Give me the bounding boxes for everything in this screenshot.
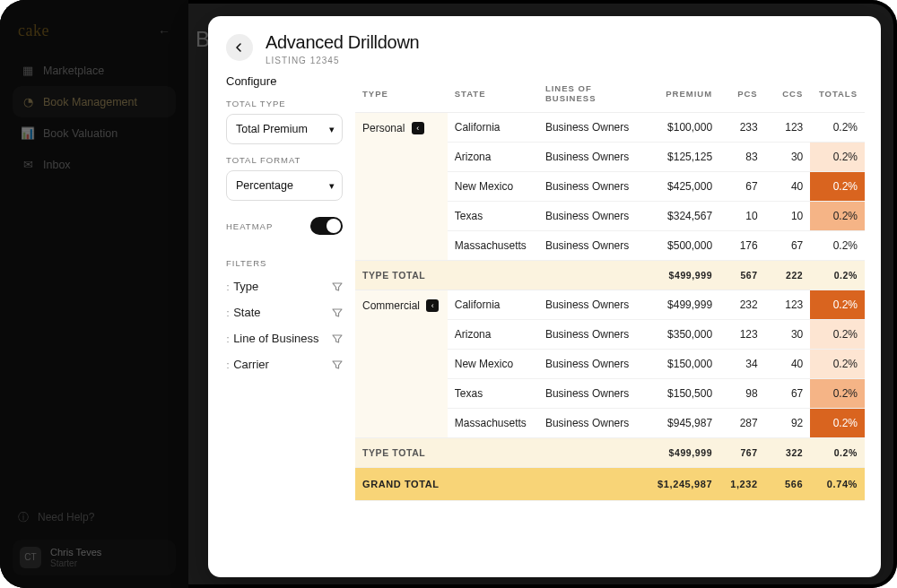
page-subtitle: LISTING 12345 (266, 56, 419, 65)
ccs-cell: 123 (765, 113, 811, 143)
ccs-cell: 92 (765, 409, 811, 438)
lob-cell: Business Owners (538, 379, 647, 409)
subtotal-ccs: 322 (765, 438, 811, 468)
subtotal-pcs: 567 (719, 261, 765, 290)
subtotal-pcs: 767 (719, 438, 765, 468)
drag-handle-icon[interactable]: :: (226, 281, 228, 292)
premium-cell: $125,125 (647, 143, 719, 172)
premium-cell: $350,000 (647, 320, 719, 350)
table-row[interactable]: Personal ‹CaliforniaBusiness Owners$100,… (355, 113, 865, 143)
premium-cell: $150,500 (647, 379, 719, 409)
configure-heading: Configure (226, 74, 343, 88)
type-total-row: TYPE TOTAL$499,9995672220.2% (355, 261, 865, 290)
pcs-cell: 233 (719, 113, 765, 143)
drag-handle-icon[interactable]: :: (226, 333, 228, 344)
total-type-select[interactable]: Total Premium ▾ (226, 114, 343, 144)
collapse-group-icon[interactable]: ‹ (426, 299, 439, 312)
total-cell: 0.2% (810, 379, 865, 409)
grand-label: GRAND TOTAL (355, 468, 448, 501)
drilldown-modal: Advanced Drilldown LISTING 12345 Configu… (208, 16, 881, 577)
arrow-left-icon (234, 42, 245, 53)
blank (538, 438, 647, 468)
col-lines-of-business[interactable]: LINES OF BUSINESS (538, 74, 647, 113)
lob-cell: Business Owners (538, 202, 647, 231)
blank (448, 261, 538, 290)
col-pcs[interactable]: PCS (719, 74, 765, 113)
blank (538, 468, 647, 501)
pcs-cell: 34 (719, 350, 765, 379)
total-cell: 0.2% (810, 350, 865, 379)
col-type[interactable]: TYPE (355, 74, 448, 113)
total-cell: 0.2% (810, 409, 865, 438)
heatmap-toggle[interactable] (310, 217, 343, 235)
filter-label: Carrier (233, 358, 269, 371)
filter-icon[interactable] (332, 281, 343, 292)
ccs-cell: 67 (765, 379, 811, 409)
modal-scrim (0, 0, 188, 588)
state-cell: California (448, 113, 538, 143)
drag-handle-icon[interactable]: :: (226, 359, 228, 370)
ccs-cell: 30 (765, 320, 811, 350)
filter-label: State (233, 306, 260, 319)
table-row[interactable]: Commercial ‹CaliforniaBusiness Owners$49… (355, 290, 865, 320)
total-cell: 0.2% (810, 143, 865, 172)
state-cell: New Mexico (448, 350, 538, 379)
state-cell: Texas (448, 379, 538, 409)
collapse-group-icon[interactable]: ‹ (412, 122, 424, 134)
subtotal-total: 0.2% (810, 261, 865, 290)
ccs-cell: 40 (765, 350, 811, 379)
blank (538, 261, 647, 290)
filter-icon[interactable] (332, 307, 343, 318)
total-cell: 0.2% (810, 113, 865, 143)
filter-icon[interactable] (332, 359, 343, 370)
ccs-cell: 67 (765, 231, 811, 261)
pcs-cell: 176 (719, 231, 765, 261)
total-type-label: TOTAL TYPE (226, 99, 343, 108)
blank (448, 468, 538, 501)
lob-cell: Business Owners (538, 290, 647, 320)
total-cell: 0.2% (810, 172, 865, 202)
filters-label: FILTERS (226, 258, 343, 268)
lob-cell: Business Owners (538, 172, 647, 202)
filter-row-line-of-business[interactable]: ::Line of Business (226, 325, 343, 351)
filter-label: Line of Business (233, 332, 318, 345)
type-cell: Commercial ‹ (355, 290, 448, 438)
configure-panel: Configure TOTAL TYPE Total Premium ▾ TOT… (208, 74, 343, 577)
col-totals[interactable]: TOTALS (810, 74, 865, 113)
chevron-down-icon: ▾ (329, 124, 335, 135)
total-cell: 0.2% (810, 231, 865, 261)
filter-row-state[interactable]: ::State (226, 299, 343, 325)
subtotal-label: TYPE TOTAL (355, 261, 448, 290)
lob-cell: Business Owners (538, 350, 647, 379)
drilldown-table-wrap: TYPESTATELINES OF BUSINESSPREMIUMPCSCCST… (343, 74, 881, 577)
total-format-value: Percentage (236, 179, 293, 192)
state-cell: Arizona (448, 320, 538, 350)
col-state[interactable]: STATE (448, 74, 538, 113)
state-cell: Arizona (448, 143, 538, 172)
total-format-label: TOTAL FORMAT (226, 155, 343, 165)
subtotal-ccs: 222 (765, 261, 811, 290)
back-button[interactable] (226, 34, 253, 61)
type-cell: Personal ‹ (355, 113, 448, 261)
col-ccs[interactable]: CCS (765, 74, 811, 113)
page-title: Advanced Drilldown (266, 32, 419, 53)
ccs-cell: 40 (765, 172, 811, 202)
grand-premium: $1,245,987 (647, 468, 719, 501)
lob-cell: Business Owners (538, 113, 647, 143)
total-format-select[interactable]: Percentage ▾ (226, 170, 343, 201)
drilldown-table: TYPESTATELINES OF BUSINESSPREMIUMPCSCCST… (355, 74, 865, 501)
state-cell: Massachusetts (448, 231, 538, 261)
total-cell: 0.2% (810, 320, 865, 350)
ccs-cell: 10 (765, 202, 811, 231)
filter-icon[interactable] (332, 333, 343, 344)
col-premium[interactable]: PREMIUM (647, 74, 719, 113)
state-cell: Massachusetts (448, 409, 538, 438)
pcs-cell: 67 (719, 172, 765, 202)
pcs-cell: 98 (719, 379, 765, 409)
filter-row-carrier[interactable]: ::Carrier (226, 351, 343, 377)
total-type-value: Total Premium (236, 123, 308, 135)
drag-handle-icon[interactable]: :: (226, 307, 228, 318)
filter-label: Type (233, 280, 258, 293)
subtotal-premium: $499,999 (647, 261, 719, 290)
filter-row-type[interactable]: ::Type (226, 273, 343, 299)
